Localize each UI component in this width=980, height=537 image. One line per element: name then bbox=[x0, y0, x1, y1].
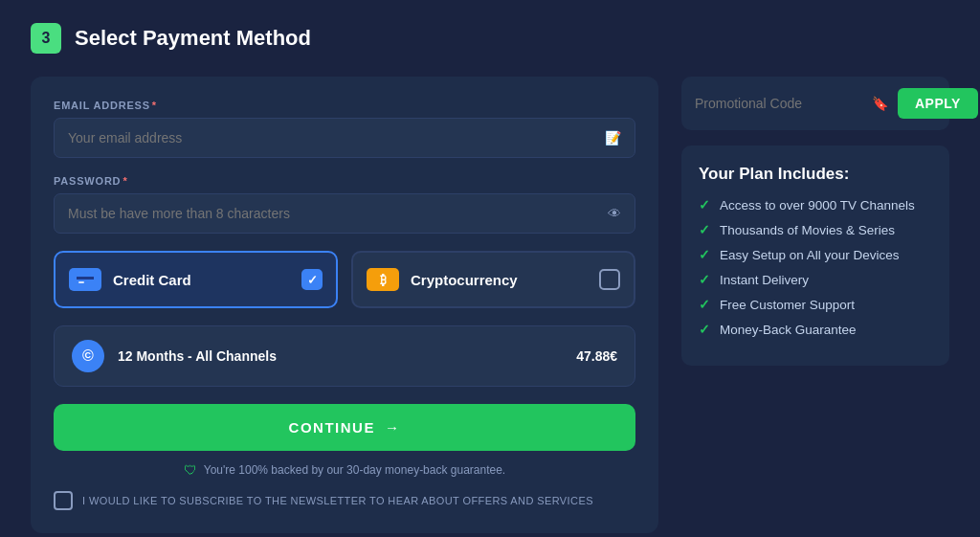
email-input-wrapper[interactable]: 📝 bbox=[54, 118, 635, 158]
crypto-icon: ₿ bbox=[367, 268, 399, 291]
guarantee-text: You're 100% backed by our 30-day money-b… bbox=[204, 463, 505, 477]
check-icon-2: ✓ bbox=[699, 222, 710, 237]
credit-card-label: Credit Card bbox=[113, 272, 290, 288]
subscription-row[interactable]: © 12 Months - All Channels 47.88€ bbox=[54, 325, 635, 387]
crypto-checkbox[interactable] bbox=[599, 269, 620, 290]
password-eye-icon[interactable]: 👁 bbox=[608, 206, 621, 221]
credit-card-option[interactable]: Credit Card ✓ bbox=[54, 251, 338, 308]
email-icon: 📝 bbox=[605, 130, 621, 145]
password-input-wrapper[interactable]: 👁 bbox=[54, 193, 635, 234]
subscription-label: 12 Months - All Channels bbox=[118, 348, 563, 364]
plan-item-6: ✓ Money-Back Guarantee bbox=[699, 322, 932, 337]
newsletter-row[interactable]: I WOULD LIKE TO SUBSCRIBE TO THE NEWSLET… bbox=[54, 491, 635, 510]
continue-button[interactable]: CONTINUE → bbox=[54, 404, 635, 451]
email-field-row: EMAIL ADDRESS* 📝 bbox=[54, 100, 635, 158]
right-panel: 🔖 APPLY Your Plan Includes: ✓ Access to … bbox=[681, 77, 949, 366]
continue-label: CONTINUE bbox=[289, 419, 375, 436]
password-input[interactable] bbox=[68, 206, 608, 221]
continue-arrow-icon: → bbox=[385, 419, 401, 436]
crypto-option[interactable]: ₿ Cryptocurrency bbox=[351, 251, 635, 308]
svg-rect-1 bbox=[77, 277, 94, 280]
plan-box: Your Plan Includes: ✓ Access to over 900… bbox=[681, 145, 949, 366]
check-icon-5: ✓ bbox=[699, 297, 710, 312]
plan-item-5: ✓ Free Customer Support bbox=[699, 297, 932, 312]
promo-box: 🔖 APPLY bbox=[681, 77, 949, 130]
email-required: * bbox=[152, 100, 157, 111]
password-label: PASSWORD* bbox=[54, 175, 635, 187]
password-required: * bbox=[122, 175, 127, 187]
page-title: Select Payment Method bbox=[75, 26, 311, 51]
email-label: EMAIL ADDRESS* bbox=[54, 100, 635, 111]
plan-item-3: ✓ Easy Setup on All your Devices bbox=[699, 247, 932, 262]
crypto-label: Cryptocurrency bbox=[411, 272, 588, 288]
guarantee-row: 🛡 You're 100% backed by our 30-day money… bbox=[54, 462, 635, 478]
payment-methods: Credit Card ✓ ₿ Cryptocurrency bbox=[54, 251, 635, 308]
password-field-row: PASSWORD* 👁 bbox=[54, 175, 635, 234]
plan-item-2: ✓ Thousands of Movies & Series bbox=[699, 222, 932, 237]
plan-title: Your Plan Includes: bbox=[699, 165, 932, 184]
svg-rect-2 bbox=[78, 281, 84, 283]
newsletter-checkbox[interactable] bbox=[54, 491, 73, 510]
page-header: 3 Select Payment Method bbox=[31, 23, 949, 54]
promo-icon: 🔖 bbox=[872, 96, 888, 111]
newsletter-label: I WOULD LIKE TO SUBSCRIBE TO THE NEWSLET… bbox=[82, 495, 593, 506]
promo-input[interactable] bbox=[695, 96, 862, 111]
main-layout: EMAIL ADDRESS* 📝 PASSWORD* 👁 bbox=[31, 77, 949, 533]
step-badge: 3 bbox=[31, 23, 61, 54]
apply-button[interactable]: APPLY bbox=[898, 88, 978, 119]
email-input[interactable] bbox=[68, 130, 605, 145]
left-panel: EMAIL ADDRESS* 📝 PASSWORD* 👁 bbox=[31, 77, 658, 533]
check-icon-6: ✓ bbox=[699, 322, 710, 337]
subscription-price: 47.88€ bbox=[576, 348, 617, 364]
credit-card-icon bbox=[69, 268, 101, 291]
check-icon-4: ✓ bbox=[699, 272, 710, 287]
check-icon-3: ✓ bbox=[699, 247, 710, 262]
plan-item-4: ✓ Instant Delivery bbox=[699, 272, 932, 287]
subscription-icon: © bbox=[72, 340, 104, 372]
plan-item-1: ✓ Access to over 9000 TV Channels bbox=[699, 197, 932, 213]
shield-icon: 🛡 bbox=[184, 462, 197, 478]
check-icon-1: ✓ bbox=[699, 197, 710, 213]
credit-card-checkbox[interactable]: ✓ bbox=[301, 269, 323, 290]
